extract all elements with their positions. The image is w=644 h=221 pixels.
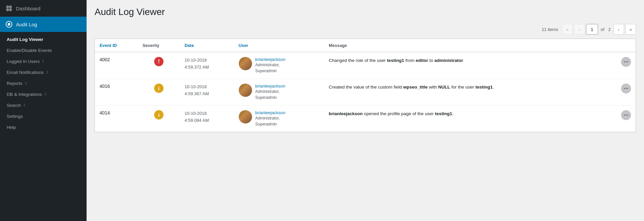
avatar xyxy=(239,110,252,123)
cell-severity: i xyxy=(138,79,180,106)
svg-point-1 xyxy=(9,5,12,8)
cell-event-id: 4014 xyxy=(95,106,138,132)
cell-actions: ··· xyxy=(604,106,636,132)
user-link[interactable]: brianleejackson xyxy=(255,57,285,62)
sidebar-item-audit-log[interactable]: Audit Log xyxy=(0,17,87,32)
cell-date: 10-10-20184:59.372 AM xyxy=(180,52,234,79)
pagination-next-button[interactable]: › xyxy=(613,24,624,35)
sidebar-item-label: Audit Log Viewer xyxy=(7,37,43,42)
pagination-bar: 11 items « ‹ of 2 › » xyxy=(95,24,636,35)
dashboard-icon xyxy=(5,5,13,12)
sidebar-item-db-integrations[interactable]: DB & Integrations ⇧ xyxy=(0,89,87,100)
cell-event-id: 4002 xyxy=(95,52,138,79)
svg-point-2 xyxy=(6,8,9,11)
cell-user: brianleejackson Administrator,Superadmin xyxy=(234,106,324,132)
user-link[interactable]: brianleejackson xyxy=(255,110,285,115)
cell-severity: ! xyxy=(138,52,180,79)
sidebar-item-reports[interactable]: Reports ⇧ xyxy=(0,78,87,89)
pagination-prev-button[interactable]: ‹ xyxy=(574,24,585,35)
sidebar-audit-log-label: Audit Log xyxy=(16,22,37,27)
sidebar-item-enable-disable-events[interactable]: Enable/Disable Events xyxy=(0,45,87,56)
col-header-message: Message xyxy=(324,39,604,52)
severity-info-icon: i xyxy=(154,110,163,119)
pagination-first-button[interactable]: « xyxy=(562,24,573,35)
col-header-user[interactable]: User xyxy=(234,39,324,52)
avatar xyxy=(239,84,252,97)
sidebar: Dashboard Audit Log Audit Log Viewer Ena… xyxy=(0,0,87,221)
sidebar-item-label: Enable/Disable Events xyxy=(7,48,52,53)
audit-table: Event ID Severity Date User Message 4002… xyxy=(95,39,636,132)
user-role: Administrator,Superadmin xyxy=(255,115,285,127)
more-options-button[interactable]: ··· xyxy=(621,110,631,120)
sidebar-item-label: Email Notifications xyxy=(7,70,44,75)
sidebar-dashboard-label: Dashboard xyxy=(16,6,40,11)
sidebar-item-settings[interactable]: Settings xyxy=(0,111,87,122)
cell-event-id: 4016 xyxy=(95,79,138,106)
page-title: Audit Log Viewer xyxy=(95,7,636,17)
sidebar-item-label: Logged In Users xyxy=(7,59,40,64)
col-header-date[interactable]: Date xyxy=(180,39,234,52)
lock-icon: ⇧ xyxy=(24,81,27,86)
svg-point-5 xyxy=(8,23,10,26)
cell-message: Changed the role of the user testing1 fr… xyxy=(324,52,604,79)
sidebar-item-help[interactable]: Help xyxy=(0,122,87,133)
user-link[interactable]: brianleejackson xyxy=(255,84,285,89)
main-content: Audit Log Viewer 11 items « ‹ of 2 › » E… xyxy=(87,0,644,221)
sidebar-item-audit-log-viewer[interactable]: Audit Log Viewer xyxy=(0,34,87,45)
sidebar-item-label: Search xyxy=(7,103,21,108)
col-header-event-id[interactable]: Event ID xyxy=(95,39,138,52)
cell-user: brianleejackson Administrator,Superadmin xyxy=(234,52,324,79)
cell-message: brianleejackson opened the profile page … xyxy=(324,106,604,132)
cell-date: 10-10-20184:59.084 AM xyxy=(180,106,234,132)
sidebar-item-logged-in-users[interactable]: Logged In Users ⇧ xyxy=(0,56,87,67)
cell-message: Created the value of the custom field wp… xyxy=(324,79,604,106)
pagination-total-pages: 2 xyxy=(608,27,611,32)
sidebar-item-search[interactable]: Search ⇧ xyxy=(0,100,87,111)
sidebar-submenu: Audit Log Viewer Enable/Disable Events L… xyxy=(0,32,87,135)
lock-icon: ⇧ xyxy=(42,59,45,64)
table-row: 4016 i 10-10-20184:59.367 AM brianleejac… xyxy=(95,79,636,106)
cell-severity: i xyxy=(138,106,180,132)
svg-point-3 xyxy=(9,8,12,11)
user-role: Administrator,Superadmin xyxy=(255,89,285,101)
user-role: Administrator,Superadmin xyxy=(255,62,285,74)
cell-actions: ··· xyxy=(604,79,636,106)
sidebar-item-email-notifications[interactable]: Email Notifications ⇧ xyxy=(0,67,87,78)
table-row: 4014 i 10-10-20184:59.084 AM brianleejac… xyxy=(95,106,636,132)
sidebar-item-label: DB & Integrations xyxy=(7,92,42,97)
lock-icon: ⇧ xyxy=(46,70,49,75)
lock-icon: ⇧ xyxy=(44,92,47,97)
cell-date: 10-10-20184:59.367 AM xyxy=(180,79,234,106)
pagination-page-input[interactable] xyxy=(586,24,598,35)
severity-info-icon: i xyxy=(154,84,163,93)
severity-critical-icon: ! xyxy=(154,57,163,66)
col-header-actions xyxy=(604,39,636,52)
sidebar-item-label: Reports xyxy=(7,81,22,86)
table-header-row: Event ID Severity Date User Message xyxy=(95,39,636,52)
cell-user: brianleejackson Administrator,Superadmin xyxy=(234,79,324,106)
more-options-button[interactable]: ··· xyxy=(621,84,631,94)
more-options-button[interactable]: ··· xyxy=(621,57,631,67)
pagination-last-button[interactable]: » xyxy=(625,24,636,35)
col-header-severity: Severity xyxy=(138,39,180,52)
sidebar-item-label: Help xyxy=(7,125,16,130)
lock-icon: ⇧ xyxy=(23,103,26,108)
cell-actions: ··· xyxy=(604,52,636,79)
pagination-items-count: 11 items xyxy=(542,27,558,32)
pagination-of-label: of xyxy=(601,27,604,32)
avatar xyxy=(239,57,252,70)
sidebar-item-dashboard[interactable]: Dashboard xyxy=(0,0,87,17)
sidebar-item-label: Settings xyxy=(7,114,23,119)
audit-log-icon xyxy=(5,21,13,28)
table-row: 4002 ! 10-10-20184:59.372 AM brianleejac… xyxy=(95,52,636,79)
svg-point-0 xyxy=(6,5,9,8)
